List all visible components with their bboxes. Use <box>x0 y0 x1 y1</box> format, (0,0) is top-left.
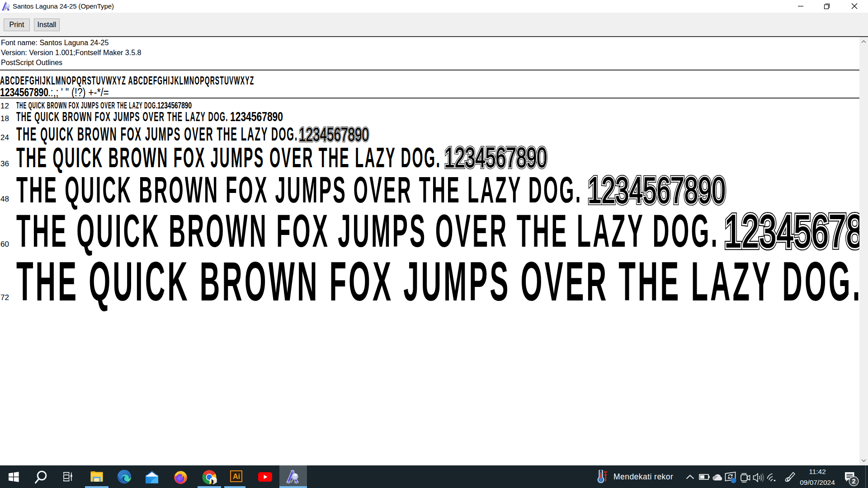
svg-text:2: 2 <box>852 477 855 485</box>
svg-text:1234567890: 1234567890 <box>724 208 868 257</box>
svg-text:1234567890: 1234567890 <box>444 143 547 173</box>
svg-text:1234567890: 1234567890 <box>588 172 726 211</box>
